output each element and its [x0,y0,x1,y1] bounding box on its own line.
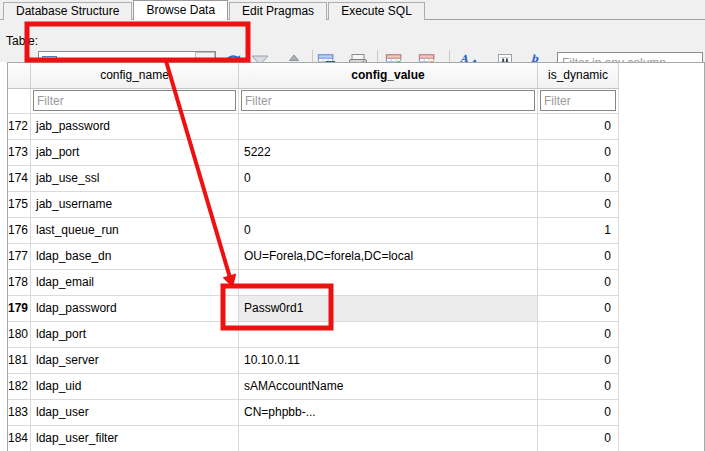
row-filler [619,140,704,166]
row-number[interactable]: 177 [8,244,31,270]
cell-is-dynamic[interactable]: 0 [538,244,619,270]
filter-cell [239,89,538,114]
cell-config-value[interactable]: 5222 [239,140,538,166]
cell-is-dynamic[interactable]: 0 [538,114,619,140]
row-number[interactable]: 175 [8,192,31,218]
cell-is-dynamic[interactable]: 0 [538,140,619,166]
cell-config-value[interactable]: 0 [239,218,538,244]
row-number[interactable]: 182 [8,374,31,400]
row-number[interactable]: 184 [8,426,31,451]
cell-config-name[interactable]: jab_use_ssl [31,166,239,192]
cell-config-value[interactable]: OU=Forela,DC=forela,DC=local [239,244,538,270]
column-header-is-dynamic[interactable]: is_dynamic [538,63,619,89]
cell-config-name[interactable]: ldap_uid [31,374,239,400]
row-number[interactable]: 174 [8,166,31,192]
cell-config-value[interactable] [239,322,538,348]
cell-config-name[interactable]: ldap_user [31,400,239,426]
row-filler [619,322,704,348]
header-filler [619,63,704,89]
tab-edit-pragmas[interactable]: Edit Pragmas [229,2,327,20]
cell-is-dynamic[interactable]: 0 [538,270,619,296]
row-filler [619,218,704,244]
filter-input-config-name[interactable] [33,90,236,111]
table-row: 181 ldap_server 10.10.0.11 0 [8,348,704,374]
grid-header-row: config_name config_value is_dynamic [8,63,704,89]
table-row: 182 ldap_uid sAMAccountName 0 [8,374,704,400]
cell-config-name[interactable]: ldap_user_filter [31,426,239,451]
tab-execute-sql[interactable]: Execute SQL [328,2,425,20]
filter-filler [619,89,704,114]
cell-config-value[interactable] [239,426,538,451]
table-label: Table: [6,34,38,48]
table-row: 176 last_queue_run 0 1 [8,218,704,244]
cell-config-value[interactable]: CN=phpbb-... [239,400,538,426]
filter-cell [538,89,619,114]
column-header-config-value[interactable]: config_value [239,63,538,89]
data-grid: config_name config_value is_dynamic 172 … [7,62,705,451]
cell-config-name[interactable]: jab_username [31,192,239,218]
table-row: 178 ldap_email 0 [8,270,704,296]
row-number[interactable]: 183 [8,400,31,426]
grid-filter-row [8,89,704,114]
row-number[interactable]: 173 [8,140,31,166]
row-filler [619,270,704,296]
cell-is-dynamic[interactable]: 0 [538,192,619,218]
cell-config-value[interactable] [239,114,538,140]
cell-config-name[interactable]: jab_password [31,114,239,140]
row-filler [619,348,704,374]
row-number[interactable]: 180 [8,322,31,348]
row-number[interactable]: 178 [8,270,31,296]
cell-is-dynamic[interactable]: 0 [538,348,619,374]
cell-is-dynamic[interactable]: 1 [538,218,619,244]
cell-config-name[interactable]: ldap_base_dn [31,244,239,270]
cell-config-name[interactable]: ldap_port [31,322,239,348]
filter-corner [8,89,31,114]
row-number[interactable]: 179 [8,296,31,322]
cell-is-dynamic[interactable]: 0 [538,296,619,322]
cell-config-value[interactable] [239,270,538,296]
table-row: 183 ldap_user CN=phpbb-... 0 [8,400,704,426]
cell-config-name[interactable]: ldap_email [31,270,239,296]
row-filler [619,244,704,270]
cell-config-name[interactable]: last_queue_run [31,218,239,244]
cell-config-name[interactable]: ldap_password [31,296,239,322]
column-header-config-name[interactable]: config_name [31,63,239,89]
row-number[interactable]: 181 [8,348,31,374]
table-row-selected: 179 ldap_password Passw0rd1 0 [8,296,704,322]
tab-browse-data[interactable]: Browse Data [133,0,228,20]
table-row: 173 jab_port 5222 0 [8,140,704,166]
cell-config-name[interactable]: ldap_server [31,348,239,374]
row-filler [619,192,704,218]
cell-is-dynamic[interactable]: 0 [538,374,619,400]
corner-header [8,63,31,89]
cell-is-dynamic[interactable]: 0 [538,166,619,192]
row-filler [619,296,704,322]
row-filler [619,166,704,192]
row-number[interactable]: 176 [8,218,31,244]
row-filler [619,426,704,451]
tab-bar: Database Structure Browse Data Edit Prag… [0,0,705,20]
cell-config-value-selected[interactable]: Passw0rd1 [239,296,538,322]
row-filler [619,374,704,400]
table-row: 184 ldap_user_filter 0 [8,426,704,451]
table-row: 177 ldap_base_dn OU=Forela,DC=forela,DC=… [8,244,704,270]
filter-input-is-dynamic[interactable] [540,90,616,111]
cell-config-value[interactable] [239,192,538,218]
row-filler [619,114,704,140]
table-row: 172 jab_password 0 [8,114,704,140]
cell-config-value[interactable]: sAMAccountName [239,374,538,400]
cell-config-value[interactable]: 0 [239,166,538,192]
table-row: 175 jab_username 0 [8,192,704,218]
cell-is-dynamic[interactable]: 0 [538,400,619,426]
filter-input-config-value[interactable] [241,90,535,111]
row-number[interactable]: 172 [8,114,31,140]
row-filler [619,400,704,426]
filter-cell [31,89,239,114]
cell-config-value[interactable]: 10.10.0.11 [239,348,538,374]
cell-config-name[interactable]: jab_port [31,140,239,166]
cell-is-dynamic[interactable]: 0 [538,426,619,451]
toolbar: Table: phpbb_config [0,20,705,62]
cell-is-dynamic[interactable]: 0 [538,322,619,348]
table-row: 180 ldap_port 0 [8,322,704,348]
tab-database-structure[interactable]: Database Structure [3,2,132,20]
